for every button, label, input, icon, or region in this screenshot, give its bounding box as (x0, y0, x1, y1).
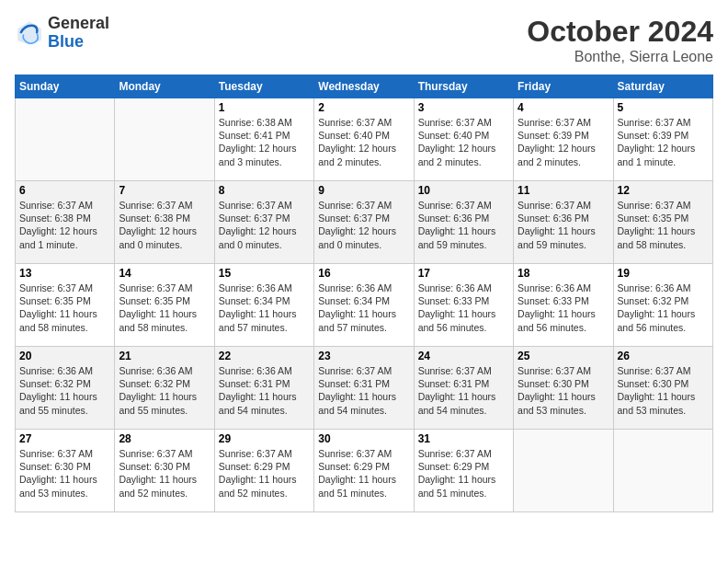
day-info: Sunrise: 6:36 AM Sunset: 6:33 PM Dayligh… (518, 282, 609, 334)
calendar-week-row: 1Sunrise: 6:38 AM Sunset: 6:41 PM Daylig… (16, 98, 713, 181)
day-info: Sunrise: 6:37 AM Sunset: 6:31 PM Dayligh… (418, 364, 509, 417)
day-info: Sunrise: 6:37 AM Sunset: 6:36 PM Dayligh… (418, 199, 509, 251)
calendar-cell: 3Sunrise: 6:37 AM Sunset: 6:40 PM Daylig… (414, 98, 513, 181)
day-info: Sunrise: 6:37 AM Sunset: 6:31 PM Dayligh… (318, 364, 409, 417)
column-header-friday: Friday (514, 75, 613, 98)
day-info: Sunrise: 6:37 AM Sunset: 6:29 PM Dayligh… (219, 447, 310, 500)
day-number: 7 (119, 184, 210, 197)
day-number: 19 (618, 267, 709, 280)
calendar-cell: 13Sunrise: 6:37 AM Sunset: 6:35 PM Dayli… (16, 264, 115, 347)
day-info: Sunrise: 6:37 AM Sunset: 6:36 PM Dayligh… (518, 199, 609, 251)
calendar-cell: 5Sunrise: 6:37 AM Sunset: 6:39 PM Daylig… (613, 98, 712, 181)
logo-general-text: General (48, 15, 109, 33)
calendar-cell: 25Sunrise: 6:37 AM Sunset: 6:30 PM Dayli… (514, 347, 613, 430)
calendar-cell: 10Sunrise: 6:37 AM Sunset: 6:36 PM Dayli… (414, 181, 513, 264)
day-number: 24 (418, 350, 509, 362)
column-header-sunday: Sunday (16, 75, 115, 98)
day-number: 3 (418, 101, 509, 114)
day-info: Sunrise: 6:37 AM Sunset: 6:35 PM Dayligh… (19, 282, 110, 334)
day-info: Sunrise: 6:37 AM Sunset: 6:29 PM Dayligh… (318, 447, 409, 500)
day-info: Sunrise: 6:37 AM Sunset: 6:38 PM Dayligh… (119, 199, 210, 251)
calendar-cell: 4Sunrise: 6:37 AM Sunset: 6:39 PM Daylig… (514, 98, 613, 181)
day-info: Sunrise: 6:37 AM Sunset: 6:37 PM Dayligh… (219, 199, 310, 251)
calendar-cell: 22Sunrise: 6:36 AM Sunset: 6:31 PM Dayli… (214, 347, 313, 430)
day-info: Sunrise: 6:37 AM Sunset: 6:30 PM Dayligh… (19, 447, 110, 500)
calendar-week-row: 20Sunrise: 6:36 AM Sunset: 6:32 PM Dayli… (16, 347, 713, 430)
calendar-cell (613, 430, 712, 512)
day-info: Sunrise: 6:37 AM Sunset: 6:30 PM Dayligh… (618, 364, 709, 417)
day-number: 17 (418, 267, 509, 280)
column-header-thursday: Thursday (414, 75, 513, 98)
calendar-cell: 20Sunrise: 6:36 AM Sunset: 6:32 PM Dayli… (16, 347, 115, 430)
calendar-cell: 8Sunrise: 6:37 AM Sunset: 6:37 PM Daylig… (214, 181, 313, 264)
day-number: 22 (219, 350, 310, 362)
day-info: Sunrise: 6:37 AM Sunset: 6:29 PM Dayligh… (418, 447, 509, 500)
day-info: Sunrise: 6:37 AM Sunset: 6:35 PM Dayligh… (119, 282, 210, 334)
calendar-week-row: 13Sunrise: 6:37 AM Sunset: 6:35 PM Dayli… (16, 264, 713, 347)
calendar-cell: 19Sunrise: 6:36 AM Sunset: 6:32 PM Dayli… (613, 264, 712, 347)
calendar-cell: 15Sunrise: 6:36 AM Sunset: 6:34 PM Dayli… (214, 264, 313, 347)
day-number: 5 (618, 101, 709, 114)
day-number: 8 (219, 184, 310, 197)
day-number: 29 (219, 432, 310, 445)
day-number: 26 (618, 350, 709, 362)
day-number: 27 (19, 432, 110, 445)
day-info: Sunrise: 6:37 AM Sunset: 6:30 PM Dayligh… (119, 447, 210, 500)
day-info: Sunrise: 6:37 AM Sunset: 6:38 PM Dayligh… (19, 199, 110, 251)
day-info: Sunrise: 6:37 AM Sunset: 6:39 PM Dayligh… (518, 116, 609, 168)
column-header-saturday: Saturday (613, 75, 712, 98)
page-header: General Blue October 2024 Bonthe, Sierra… (15, 15, 713, 65)
calendar-week-row: 6Sunrise: 6:37 AM Sunset: 6:38 PM Daylig… (16, 181, 713, 264)
calendar-cell: 12Sunrise: 6:37 AM Sunset: 6:35 PM Dayli… (613, 181, 712, 264)
calendar-cell: 2Sunrise: 6:37 AM Sunset: 6:40 PM Daylig… (314, 98, 414, 181)
month-year-title: October 2024 (527, 15, 713, 49)
logo-blue-text: Blue (48, 33, 109, 52)
day-info: Sunrise: 6:37 AM Sunset: 6:35 PM Dayligh… (618, 199, 709, 251)
calendar-cell: 21Sunrise: 6:36 AM Sunset: 6:32 PM Dayli… (115, 347, 214, 430)
day-number: 31 (418, 432, 509, 445)
calendar-week-row: 27Sunrise: 6:37 AM Sunset: 6:30 PM Dayli… (16, 430, 713, 512)
calendar-cell: 1Sunrise: 6:38 AM Sunset: 6:41 PM Daylig… (214, 98, 313, 181)
day-number: 9 (318, 184, 409, 197)
day-number: 12 (618, 184, 709, 197)
calendar-header-row: SundayMondayTuesdayWednesdayThursdayFrid… (16, 75, 713, 98)
calendar-cell: 24Sunrise: 6:37 AM Sunset: 6:31 PM Dayli… (414, 347, 513, 430)
calendar-cell: 26Sunrise: 6:37 AM Sunset: 6:30 PM Dayli… (613, 347, 712, 430)
day-number: 23 (318, 350, 409, 362)
day-number: 21 (119, 350, 210, 362)
calendar-cell: 7Sunrise: 6:37 AM Sunset: 6:38 PM Daylig… (115, 181, 214, 264)
column-header-monday: Monday (115, 75, 214, 98)
calendar-cell (16, 98, 115, 181)
calendar-cell: 9Sunrise: 6:37 AM Sunset: 6:37 PM Daylig… (314, 181, 414, 264)
day-info: Sunrise: 6:37 AM Sunset: 6:40 PM Dayligh… (318, 116, 409, 168)
day-number: 30 (318, 432, 409, 445)
day-info: Sunrise: 6:37 AM Sunset: 6:39 PM Dayligh… (618, 116, 709, 168)
calendar-cell: 23Sunrise: 6:37 AM Sunset: 6:31 PM Dayli… (314, 347, 414, 430)
day-number: 15 (219, 267, 310, 280)
day-info: Sunrise: 6:36 AM Sunset: 6:31 PM Dayligh… (219, 364, 310, 417)
day-info: Sunrise: 6:37 AM Sunset: 6:30 PM Dayligh… (518, 364, 609, 417)
day-number: 13 (19, 267, 110, 280)
day-info: Sunrise: 6:36 AM Sunset: 6:32 PM Dayligh… (19, 364, 110, 417)
day-info: Sunrise: 6:36 AM Sunset: 6:34 PM Dayligh… (219, 282, 310, 334)
calendar-cell: 27Sunrise: 6:37 AM Sunset: 6:30 PM Dayli… (16, 430, 115, 512)
day-info: Sunrise: 6:36 AM Sunset: 6:32 PM Dayligh… (119, 364, 210, 417)
calendar-cell: 16Sunrise: 6:36 AM Sunset: 6:34 PM Dayli… (314, 264, 414, 347)
calendar-cell: 18Sunrise: 6:36 AM Sunset: 6:33 PM Dayli… (514, 264, 613, 347)
calendar-cell: 30Sunrise: 6:37 AM Sunset: 6:29 PM Dayli… (314, 430, 414, 512)
calendar-cell: 14Sunrise: 6:37 AM Sunset: 6:35 PM Dayli… (115, 264, 214, 347)
day-info: Sunrise: 6:36 AM Sunset: 6:34 PM Dayligh… (318, 282, 409, 334)
day-number: 10 (418, 184, 509, 197)
day-info: Sunrise: 6:38 AM Sunset: 6:41 PM Dayligh… (219, 116, 310, 168)
logo-text: General Blue (48, 15, 109, 52)
day-number: 18 (518, 267, 609, 280)
day-number: 25 (518, 350, 609, 362)
day-info: Sunrise: 6:36 AM Sunset: 6:33 PM Dayligh… (418, 282, 509, 334)
day-number: 14 (119, 267, 210, 280)
calendar-cell: 17Sunrise: 6:36 AM Sunset: 6:33 PM Dayli… (414, 264, 513, 347)
calendar-cell: 29Sunrise: 6:37 AM Sunset: 6:29 PM Dayli… (214, 430, 313, 512)
calendar-cell: 28Sunrise: 6:37 AM Sunset: 6:30 PM Dayli… (115, 430, 214, 512)
calendar-cell: 6Sunrise: 6:37 AM Sunset: 6:38 PM Daylig… (16, 181, 115, 264)
calendar-cell: 11Sunrise: 6:37 AM Sunset: 6:36 PM Dayli… (514, 181, 613, 264)
day-number: 6 (19, 184, 110, 197)
